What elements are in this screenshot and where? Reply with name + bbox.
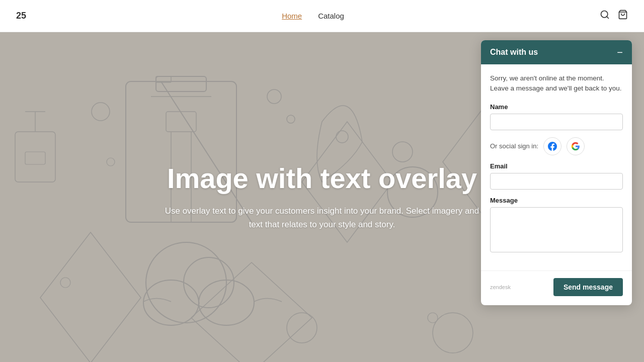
site-logo: 25 — [16, 11, 26, 21]
hero-subtitle: Use overlay text to give your customers … — [157, 204, 487, 231]
nav-icons — [600, 10, 628, 22]
svg-marker-28 — [40, 232, 141, 362]
chat-name-label: Name — [490, 103, 623, 111]
nav-link-catalog[interactable]: Catalog — [318, 12, 344, 20]
chat-email-input[interactable] — [490, 173, 623, 190]
svg-line-1 — [607, 17, 609, 19]
hero-title: Image with text overlay — [157, 163, 487, 194]
social-sign-in-label: Or social sign in: — [490, 142, 538, 150]
chat-footer: zendesk Send message — [481, 270, 632, 305]
svg-point-14 — [267, 89, 281, 104]
nav-link-home[interactable]: Home — [282, 12, 302, 20]
svg-point-25 — [428, 313, 438, 323]
svg-point-32 — [336, 131, 348, 143]
svg-point-20 — [60, 278, 70, 288]
svg-point-15 — [287, 115, 295, 123]
facebook-sign-in-button[interactable] — [543, 137, 561, 155]
svg-point-16 — [392, 142, 413, 162]
send-message-button[interactable]: Send message — [553, 278, 623, 296]
svg-point-23 — [287, 313, 317, 343]
svg-point-24 — [433, 313, 473, 353]
hero-text-block: Image with text overlay Use overlay text… — [141, 163, 503, 231]
svg-rect-9 — [15, 132, 55, 182]
search-icon[interactable] — [600, 10, 610, 22]
zendesk-label: zendesk — [490, 284, 511, 290]
google-sign-in-button[interactable] — [567, 137, 585, 155]
chat-message-input[interactable] — [490, 207, 623, 252]
chat-name-input[interactable] — [490, 114, 623, 130]
chat-email-label: Email — [490, 162, 623, 170]
svg-point-18 — [107, 158, 115, 166]
chat-header: Chat with us − — [481, 40, 632, 64]
chat-minimize-button[interactable]: − — [617, 47, 623, 57]
chat-title: Chat with us — [490, 48, 538, 57]
social-sign-in-section: Or social sign in: — [490, 137, 623, 155]
cart-icon[interactable] — [618, 10, 628, 22]
chat-name-field-group: Name — [490, 103, 623, 130]
svg-rect-4 — [156, 76, 206, 92]
chat-offline-message: Sorry, we aren't online at the moment. L… — [490, 73, 623, 94]
chat-message-label: Message — [490, 197, 623, 204]
chat-email-field-group: Email — [490, 162, 623, 190]
chat-body: Sorry, we aren't online at the moment. L… — [481, 64, 632, 270]
navbar: 25 Home Catalog — [0, 0, 644, 32]
chat-widget: Chat with us − Sorry, we aren't online a… — [481, 40, 632, 305]
nav-links: Home Catalog — [282, 12, 344, 20]
svg-point-13 — [92, 103, 110, 121]
svg-rect-12 — [25, 152, 45, 164]
svg-line-36 — [199, 302, 199, 304]
chat-message-field-group: Message — [490, 197, 623, 254]
